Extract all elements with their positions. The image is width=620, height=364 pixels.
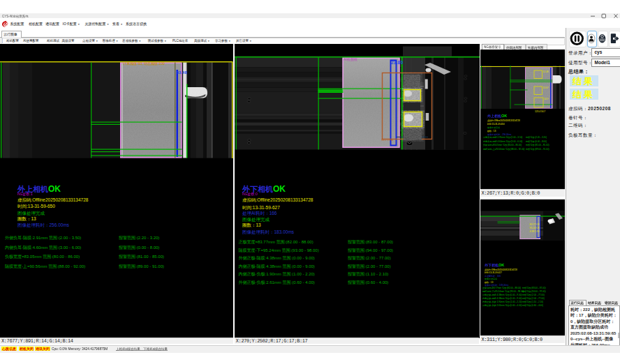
- svg-text:123.4 56.7: 123.4 56.7: [535, 110, 545, 113]
- svg-text:95.24 OK: 95.24 OK: [529, 227, 540, 229]
- svg-text:12.48: 12.48: [542, 70, 548, 73]
- svg-text:83.77 OK: 83.77 OK: [529, 223, 540, 226]
- svg-text:4.38 1.90: 4.38 1.90: [529, 230, 539, 233]
- svg-text:10.9: 10.9: [544, 98, 548, 100]
- svg-text:13.07: 13.07: [542, 86, 548, 89]
